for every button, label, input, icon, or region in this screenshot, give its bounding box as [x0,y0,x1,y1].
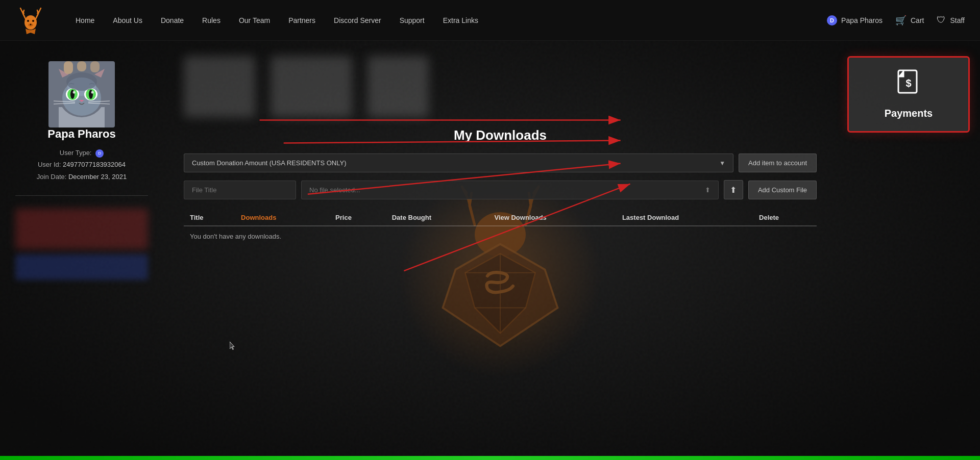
nav-menu: Home About Us Donate Rules Our Team Part… [66,0,827,41]
navbar-username: Papa Pharos [841,16,883,24]
downloads-table: Title Downloads Price Date Bought View D… [184,210,817,246]
payments-card[interactable]: $ Payments [847,56,970,133]
user-type-label: User Type: [60,149,92,157]
blurred-card-1 [184,56,255,117]
svg-marker-34 [465,253,535,333]
svg-marker-33 [443,244,558,346]
user-info-block: User Type: D User Id: 24977077183932064 … [37,147,127,183]
svg-point-20 [73,91,76,94]
main-content: Papa Pharos User Type: D User Id: 249770… [0,41,980,460]
sidebar: Papa Pharos User Type: D User Id: 249770… [0,41,163,460]
right-panel: $ Payments [837,41,980,460]
center-content: My Downloads Custom Donation Amount (USA… [163,41,837,460]
avatar-image [48,61,115,127]
user-type-row: User Type: D [37,147,127,159]
join-date-value: December 23, 2021 [68,173,127,181]
blurred-cards [184,56,817,117]
user-id-value: 24977077183932064 [63,161,126,168]
col-date-bought: Date Bought [386,210,488,226]
svg-text:$: $ [905,78,911,89]
col-price: Price [329,210,386,226]
donation-select-label: Custom Donation Amount (USA RESIDENTS ON… [192,159,346,167]
avatar [48,61,115,127]
nav-about[interactable]: About Us [104,0,152,41]
col-lastest-download: Lastest Download [616,210,753,226]
nav-discord-server[interactable]: Discord Server [325,0,390,41]
svg-rect-30 [90,61,100,72]
logo-icon [18,6,43,34]
payments-label: Payments [885,108,933,119]
cart-icon: 🛒 [895,15,906,26]
nav-donate[interactable]: Donate [152,0,193,41]
user-menu[interactable]: D Papa Pharos [827,15,883,25]
cart-label: Cart [911,16,924,24]
add-item-button[interactable]: Add item to account [739,154,817,172]
col-title: Title [184,210,235,226]
user-id-row: User Id: 24977077183932064 [37,159,127,170]
chevron-down-icon: ▼ [719,160,725,167]
sidebar-blurred-2 [15,254,148,280]
navbar: Home About Us Donate Rules Our Team Part… [0,0,980,41]
file-upload-row: No file selected... ⬆ ⬆ Add Custom File [184,180,817,199]
svg-point-4 [30,24,32,25]
footer-bar [0,456,980,460]
donation-row: Custom Donation Amount (USA RESIDENTS ON… [184,154,817,172]
cart-button[interactable]: 🛒 Cart [895,15,924,26]
donation-select[interactable]: Custom Donation Amount (USA RESIDENTS ON… [184,154,733,172]
svg-point-1 [27,20,29,22]
empty-message: You don't have any downloads. [184,226,817,246]
nav-partners[interactable]: Partners [279,0,325,41]
discord-icon: D [827,15,837,25]
staff-label: Staff [950,16,965,24]
payments-doc-icon: $ [896,69,921,97]
svg-point-21 [91,91,94,94]
upload-button[interactable]: ⬆ [724,180,743,199]
site-logo[interactable] [15,5,46,36]
user-type-discord-icon: D [95,149,104,158]
downloads-section: My Downloads Custom Donation Amount (USA… [184,127,817,246]
col-downloads: Downloads [235,210,329,226]
staff-button[interactable]: 🛡 Staff [937,15,965,25]
nav-extra-links[interactable]: Extra Links [434,0,487,41]
staff-icon: 🛡 [937,15,946,25]
blurred-card-2 [271,56,352,117]
navbar-right: D Papa Pharos 🛒 Cart 🛡 Staff [827,15,965,26]
empty-row: You don't have any downloads. [184,226,817,246]
file-selected-text: No file selected... [309,186,360,194]
upload-icon: ⬆ [705,186,710,194]
file-title-input[interactable] [184,181,296,199]
svg-rect-29 [77,61,86,71]
svg-point-2 [32,20,34,22]
file-selected-display: No file selected... ⬆ [301,181,719,199]
col-delete: Delete [753,210,817,226]
col-view-downloads: View Downloads [488,210,616,226]
add-custom-file-button[interactable]: Add Custom File [748,181,817,199]
join-date-label: Join Date: [37,173,67,181]
blurred-card-3 [368,56,429,117]
nav-support[interactable]: Support [390,0,434,41]
svg-point-27 [66,72,97,91]
sidebar-username: Papa Pharos [47,127,115,141]
svg-rect-28 [64,61,73,74]
user-id-label: User Id: [38,161,61,168]
nav-home[interactable]: Home [66,0,104,41]
join-date-row: Join Date: December 23, 2021 [37,171,127,183]
payments-icon: $ [896,69,921,101]
nav-rules[interactable]: Rules [193,0,230,41]
svg-point-0 [24,15,37,30]
sidebar-divider [15,195,148,196]
sidebar-blurred-1 [15,209,148,249]
downloads-title: My Downloads [184,127,817,143]
nav-team[interactable]: Our Team [230,0,279,41]
